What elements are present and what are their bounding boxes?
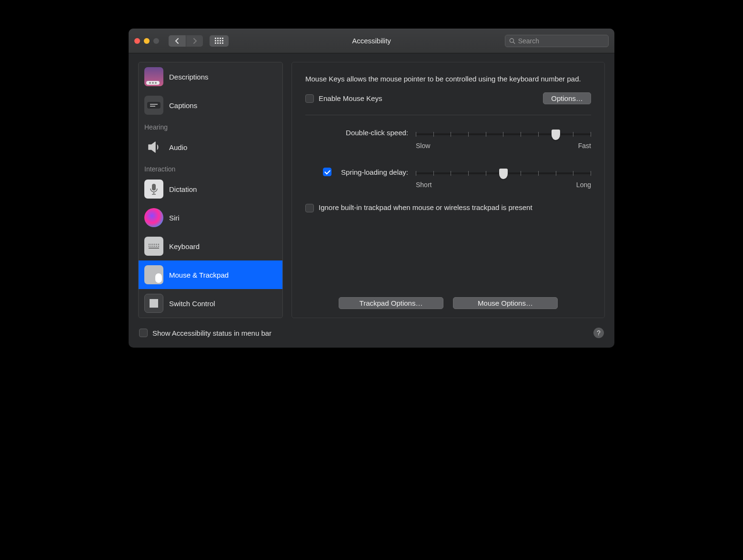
svg-line-1	[513, 42, 515, 43]
spring-loading-slider[interactable]	[416, 172, 591, 174]
sidebar-item-switch-control[interactable]: Switch Control	[139, 289, 282, 318]
divider	[305, 115, 591, 115]
show-status-checkbox[interactable]	[139, 329, 148, 337]
footer-row: Show Accessibility status in menu bar ?	[129, 325, 614, 348]
trackpad-options-button[interactable]: Trackpad Options…	[339, 297, 443, 309]
enable-mouse-keys-row: Enable Mouse Keys Options…	[305, 92, 591, 104]
double-click-fast-label: Fast	[578, 142, 591, 150]
bottom-buttons: Trackpad Options… Mouse Options…	[305, 286, 591, 309]
dictation-icon	[144, 180, 163, 199]
double-click-slow-label: Slow	[416, 142, 430, 150]
close-button[interactable]	[134, 38, 140, 44]
settings-panel: Mouse Keys allows the mouse pointer to b…	[291, 62, 605, 318]
sidebar-header-hearing: Hearing	[139, 120, 282, 133]
back-button[interactable]	[169, 35, 186, 47]
search-icon	[509, 38, 515, 44]
sidebar-item-descriptions[interactable]: Descriptions	[139, 62, 282, 91]
sidebar-item-audio[interactable]: Audio	[139, 133, 282, 161]
sidebar-item-label: Audio	[169, 143, 187, 151]
svg-rect-2	[152, 184, 156, 190]
audio-icon	[144, 138, 163, 157]
enable-mouse-keys-label: Enable Mouse Keys	[319, 94, 382, 102]
descriptions-icon	[144, 67, 163, 86]
spring-loading-long-label: Long	[576, 181, 591, 189]
titlebar: Accessibility	[129, 29, 614, 53]
ignore-trackpad-label: Ignore built-in trackpad when mouse or w…	[319, 203, 532, 212]
sidebar: Descriptions Captions Hearing Audio In	[138, 62, 283, 318]
window-title: Accessibility	[352, 37, 391, 45]
switch-control-icon	[144, 294, 163, 313]
sidebar-item-label: Mouse & Trackpad	[169, 271, 229, 279]
show-all-button[interactable]	[210, 35, 229, 47]
sidebar-item-label: Descriptions	[169, 73, 209, 81]
spring-loading-checkbox[interactable]	[323, 168, 331, 176]
prefs-window: Accessibility Descriptions	[129, 29, 614, 348]
sidebar-item-label: Siri	[169, 214, 180, 222]
help-button[interactable]: ?	[593, 328, 604, 338]
double-click-speed-label: Double-click speed:	[346, 129, 408, 137]
mouse-keys-options-button[interactable]: Options…	[543, 92, 591, 104]
search-field-wrap	[505, 35, 609, 47]
spring-loading-short-label: Short	[416, 181, 432, 189]
ignore-trackpad-checkbox[interactable]	[305, 204, 314, 212]
double-click-speed-row: Double-click speed: Slow Fast	[305, 129, 591, 150]
sidebar-item-mouse-trackpad[interactable]: Mouse & Trackpad	[139, 260, 282, 289]
sidebar-item-keyboard[interactable]: Keyboard	[139, 232, 282, 260]
sidebar-item-label: Captions	[169, 101, 197, 110]
chevron-right-icon	[192, 38, 197, 44]
nav-buttons	[169, 35, 203, 47]
minimize-button[interactable]	[144, 38, 150, 44]
forward-button[interactable]	[186, 35, 203, 47]
sidebar-item-label: Dictation	[169, 185, 197, 193]
ignore-trackpad-row: Ignore built-in trackpad when mouse or w…	[305, 203, 591, 212]
captions-icon	[144, 96, 163, 115]
slider-thumb[interactable]	[499, 169, 508, 179]
sidebar-item-dictation[interactable]: Dictation	[139, 175, 282, 203]
sidebar-header-interaction: Interaction	[139, 161, 282, 175]
show-status-label: Show Accessibility status in menu bar	[152, 329, 271, 337]
mouse-trackpad-icon	[144, 265, 163, 284]
intro-text: Mouse Keys allows the mouse pointer to b…	[305, 74, 591, 84]
grid-icon	[215, 38, 223, 44]
double-click-speed-slider[interactable]	[416, 133, 591, 135]
slider-thumb[interactable]	[552, 130, 560, 140]
siri-icon	[144, 208, 163, 227]
sidebar-item-label: Keyboard	[169, 242, 200, 250]
chevron-left-icon	[175, 38, 180, 44]
sidebar-item-label: Switch Control	[169, 300, 215, 308]
search-input[interactable]	[518, 37, 604, 45]
spring-loading-label: Spring-loading delay:	[341, 168, 408, 176]
mouse-options-button[interactable]: Mouse Options…	[453, 297, 558, 309]
zoom-button[interactable]	[153, 38, 159, 44]
enable-mouse-keys-checkbox[interactable]	[305, 94, 314, 103]
sidebar-item-captions[interactable]: Captions	[139, 91, 282, 120]
sidebar-item-siri[interactable]: Siri	[139, 203, 282, 232]
traffic-lights	[134, 38, 159, 44]
content-area: Descriptions Captions Hearing Audio In	[129, 53, 614, 325]
keyboard-icon	[144, 237, 163, 256]
spring-loading-delay-row: Spring-loading delay: Short Long	[305, 168, 591, 189]
